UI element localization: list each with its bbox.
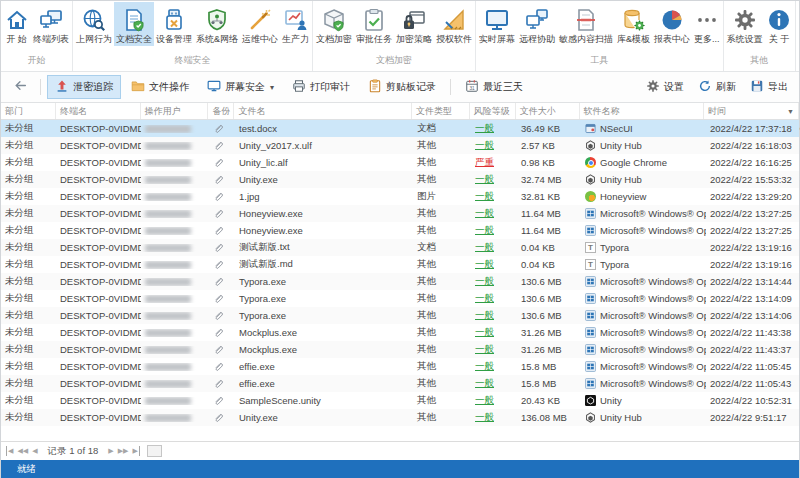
column-header-6[interactable]: 文件类型 <box>412 103 470 119</box>
toolbar-button-leak-trace[interactable]: 泄密追踪 <box>47 75 121 99</box>
attachment-icon[interactable] <box>213 225 224 236</box>
cell-time: 2022/4/22 10:52:31 <box>706 395 800 406</box>
ribbon-button-library-template[interactable]: 库&模板 <box>615 2 652 46</box>
ribbon-button-more[interactable]: 更多... <box>692 2 722 46</box>
attachment-icon[interactable] <box>213 242 224 253</box>
table-row[interactable]: 未分组DESKTOP-0VIDMDJeffie.exe其他一般15.8 MBMi… <box>1 375 799 392</box>
attachment-icon[interactable] <box>213 361 224 372</box>
ribbon-button-doc-security[interactable]: 文档安全 <box>114 2 154 46</box>
attachment-icon[interactable] <box>213 276 224 287</box>
column-header-3[interactable]: 操作用户 <box>141 103 209 119</box>
last-page-icon[interactable]: ▶ <box>132 446 139 456</box>
cell-time: 2022/4/22 13:14:06 <box>706 310 800 321</box>
toolbar-button-export[interactable]: 导出 <box>745 75 793 99</box>
attachment-icon[interactable] <box>213 293 224 304</box>
attachment-icon[interactable] <box>213 378 224 389</box>
attachment-icon[interactable] <box>213 208 224 219</box>
column-header-1[interactable]: 部门 <box>1 103 56 119</box>
table-row[interactable]: 未分组DESKTOP-0VIDMDJeffie.exe其他一般15.8 MBMi… <box>1 358 799 375</box>
ribbon-button-sensitive-scan[interactable]: 敏感内容扫描 <box>557 2 615 46</box>
table-row[interactable]: 未分组DESKTOP-0VIDMDJUnity.exe其他一般32.74 MBU… <box>1 171 799 188</box>
cell-time: 2022/4/22 11:05:45 <box>706 361 800 372</box>
ribbon-button-approval-task[interactable]: 审批任务 <box>354 2 394 46</box>
attachment-icon[interactable] <box>213 310 224 321</box>
ribbon-button-home[interactable]: 开 始 <box>2 2 31 46</box>
table-row[interactable]: 未分组DESKTOP-0VIDMDJ1.jpg图片一般32.81 KBHoney… <box>1 188 799 205</box>
ribbon-button-ops-center[interactable]: 运维中心 <box>240 2 280 46</box>
column-header-10[interactable]: 时间▼ <box>704 103 799 119</box>
ribbon-button-about[interactable]: 关 于 <box>765 2 794 46</box>
ribbon-button-remote-assist[interactable]: 远程协助 <box>517 2 557 46</box>
table-row[interactable]: 未分组DESKTOP-0VIDMDJMockplus.exe其他一般31.26 … <box>1 324 799 341</box>
table-row[interactable]: 未分组DESKTOP-0VIDMDJMockplus.exe其他一般31.26 … <box>1 341 799 358</box>
table-row[interactable]: 未分组DESKTOP-0VIDMDJSampleScene.unity其他一般2… <box>1 392 799 409</box>
attachment-icon[interactable] <box>213 259 224 270</box>
pager-extra-button[interactable] <box>147 445 162 457</box>
ribbon-button-doc-encrypt[interactable]: 文档加密 <box>314 2 354 46</box>
column-header-7[interactable]: 风险等级 <box>470 103 516 119</box>
cell-operator <box>141 397 209 405</box>
toolbar-button-file-operations[interactable]: 文件操作 <box>123 75 197 99</box>
cell-software: NSecUI <box>581 123 706 134</box>
ribbon-button-encrypt-policy[interactable]: 加密策略 <box>394 2 434 46</box>
table-row[interactable]: 未分组DESKTOP-0VIDMDJUnity_v2017.x.ulf其他一般2… <box>1 137 799 154</box>
column-header-5[interactable]: 文件名 <box>234 103 412 119</box>
toolbar-button-screen-security[interactable]: 屏幕安全▾ <box>199 75 282 99</box>
cell-risk: 一般 <box>471 326 517 339</box>
attachment-icon[interactable] <box>213 412 224 423</box>
cell-department: 未分组 <box>1 309 56 322</box>
attachment-icon[interactable] <box>213 123 224 134</box>
column-header-4[interactable]: 备份 <box>208 103 234 119</box>
ribbon-button-realtime-screen[interactable]: 实时屏幕 <box>477 2 517 46</box>
redacted-user <box>145 414 191 422</box>
table-row[interactable]: 未分组DESKTOP-0VIDMDJTypora.exe其他一般130.6 MB… <box>1 307 799 324</box>
table-row[interactable]: 未分组DESKTOP-0VIDMDJUnity.exe其他一般136.08 MB… <box>1 409 799 426</box>
attachment-icon[interactable] <box>213 157 224 168</box>
filter-arrow-icon[interactable]: ▼ <box>787 108 794 115</box>
table-row[interactable]: 未分组DESKTOP-0VIDMDJTypora.exe其他一般130.6 MB… <box>1 290 799 307</box>
approval-task-icon <box>362 7 387 32</box>
ribbon-button-system-settings[interactable]: 系统设置 <box>725 2 765 46</box>
next-page-icon[interactable]: ▶ <box>108 446 113 456</box>
attachment-icon[interactable] <box>213 395 224 406</box>
table-row[interactable]: 未分组DESKTOP-0VIDMDJtest.docx文档一般36.49 KBN… <box>1 120 799 137</box>
ribbon-button-terminal-list[interactable]: 终端列表 <box>31 2 71 46</box>
toolbar-button-clipboard-record[interactable]: 剪贴板记录 <box>360 75 444 99</box>
column-header-8[interactable]: 文件大小 <box>516 103 580 119</box>
cell-filetype: 其他 <box>413 309 471 322</box>
first-page-icon[interactable]: ◀ <box>6 446 13 456</box>
table-row[interactable]: 未分组DESKTOP-0VIDMDJ测试新版.txt文档一般0.04 KBTTy… <box>1 239 799 256</box>
table-row[interactable]: 未分组DESKTOP-0VIDMDJ测试新版.md其他一般0.04 KBTTyp… <box>1 256 799 273</box>
attachment-icon[interactable] <box>213 191 224 202</box>
ribbon-button-label: 关 于 <box>769 34 790 44</box>
prev-fast-icon[interactable]: ◀◀ <box>17 446 28 456</box>
ribbon-button-label: 审批任务 <box>356 34 392 44</box>
prev-page-icon[interactable]: ◀ <box>32 446 37 456</box>
next-fast-icon[interactable]: ▶▶ <box>118 446 129 456</box>
ribbon-button-report-center[interactable]: 报表中心 <box>652 2 692 46</box>
toolbar-button-settings-small[interactable]: 设置 <box>641 75 689 99</box>
attachment-icon[interactable] <box>213 344 224 355</box>
attachment-icon[interactable] <box>213 174 224 185</box>
toolbar-button-refresh[interactable]: 刷新 <box>693 75 741 99</box>
toolbar-button-print-audit[interactable]: 打印审计 <box>284 75 358 99</box>
back-button[interactable] <box>7 77 34 97</box>
table-row[interactable]: 未分组DESKTOP-0VIDMDJTypora.exe其他一般130.6 MB… <box>1 273 799 290</box>
table-row[interactable]: 未分组DESKTOP-0VIDMDJHoneyview.exe其他一般11.64… <box>1 205 799 222</box>
column-header-2[interactable]: 终端名 <box>56 103 141 119</box>
ribbon-button-web-behavior[interactable]: 上网行为 <box>74 2 114 46</box>
table-row[interactable]: 未分组DESKTOP-0VIDMDJHoneyview.exe其他一般11.64… <box>1 222 799 239</box>
attachment-icon[interactable] <box>213 327 224 338</box>
date-range-button[interactable]: 31 最近三天 <box>457 75 531 99</box>
cell-filetype: 其他 <box>413 360 471 373</box>
windows-installer-icon <box>585 361 596 372</box>
ribbon-button-productivity[interactable]: 生产力 <box>280 2 311 46</box>
ribbon-button-device-mgmt[interactable]: 设备管理 <box>154 2 194 46</box>
ribbon-button-licensed-software[interactable]: 授权软件 <box>434 2 474 46</box>
ribbon-button-system-network[interactable]: 系统&网络 <box>194 2 240 46</box>
attachment-icon[interactable] <box>213 140 224 151</box>
cell-time: 2022/4/22 11:43:37 <box>706 344 800 355</box>
table-row[interactable]: 未分组DESKTOP-0VIDMDJUnity_lic.alf其他严重0.98 … <box>1 154 799 171</box>
column-header-9[interactable]: 软件名称 <box>580 103 705 119</box>
cell-time: 2022/4/22 13:14:09 <box>706 293 800 304</box>
